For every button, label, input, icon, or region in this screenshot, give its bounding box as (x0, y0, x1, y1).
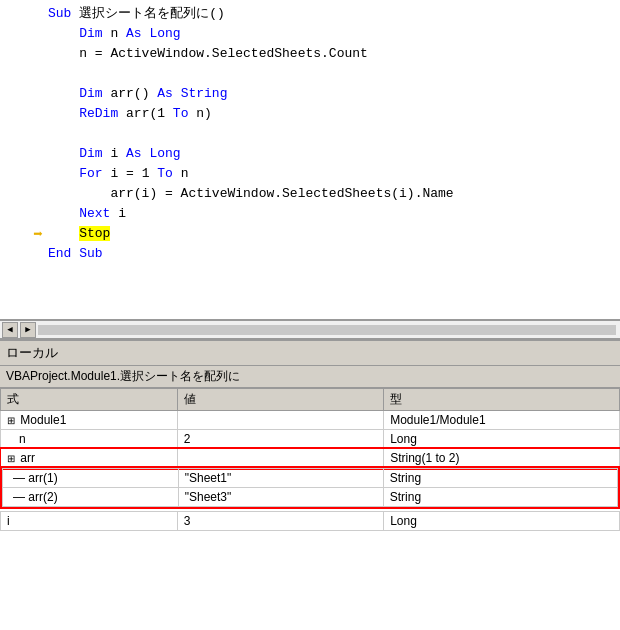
table-row-i: i 3 Long (1, 512, 620, 531)
cell-name: — arr(1) (3, 469, 179, 488)
cell-type: String(1 to 2) (384, 449, 620, 468)
code-line-blank1 (0, 64, 620, 84)
arrow-icon: ➡ (28, 224, 48, 244)
line-content: Next i (48, 204, 620, 224)
line-content: For i = 1 To n (48, 164, 620, 184)
locals-table: 式 値 型 ⊞ ⊞ Module1 Module1 Module1/Module… (0, 388, 620, 468)
cell-name: i (1, 512, 178, 531)
code-line-8: arr(i) = ActiveWindow.SelectedSheets(i).… (0, 184, 620, 204)
code-line-10: End Sub (0, 244, 620, 264)
code-line-5: ReDim arr(1 To n) (0, 104, 620, 124)
cell-type: Long (384, 512, 620, 531)
cell-value (177, 411, 383, 430)
cell-name: — arr(2) (3, 488, 179, 507)
line-content: Dim n As Long (48, 24, 620, 44)
code-line-6: Dim i As Long (0, 144, 620, 164)
col-header-type: 型 (384, 389, 620, 411)
editor-scrollbar[interactable]: ◀ ▶ (0, 320, 620, 338)
line-content: End Sub (48, 244, 620, 264)
cell-name: n (1, 430, 178, 449)
table-row: ⊞ ⊞ Module1 Module1 Module1/Module1 (1, 411, 620, 430)
locals-header: ローカル (0, 340, 620, 366)
cell-type: String (383, 488, 617, 507)
cell-name: ⊞ arr (1, 449, 178, 468)
line-content: arr(i) = ActiveWindow.SelectedSheets(i).… (48, 184, 620, 204)
table-header-row: 式 値 型 (1, 389, 620, 411)
scrollbar-track[interactable] (38, 325, 616, 335)
code-line-3: n = ActiveWindow.SelectedSheets.Count (0, 44, 620, 64)
scroll-left-btn[interactable]: ◀ (2, 322, 18, 338)
cell-value (177, 449, 383, 468)
expand-icon[interactable]: ⊞ (7, 415, 15, 426)
locals-body: 式 値 型 ⊞ ⊞ Module1 Module1 Module1/Module… (0, 388, 620, 531)
code-editor: Sub 選択シート名を配列に() Dim n As Long n = Activ… (0, 0, 620, 320)
code-line-stop: ➡ Stop (0, 224, 620, 244)
cell-type: String (383, 469, 617, 488)
red-box-table: — arr(1) "Sheet1" String — arr(2) "Sheet… (2, 468, 618, 507)
table-row-arr1: — arr(1) "Sheet1" String (3, 469, 618, 488)
stop-keyword: Stop (79, 226, 110, 241)
cell-type: Long (384, 430, 620, 449)
code-line-9: Next i (0, 204, 620, 224)
red-outline-group: — arr(1) "Sheet1" String — arr(2) "Sheet… (0, 466, 620, 509)
line-content: n = ActiveWindow.SelectedSheets.Count (48, 44, 620, 64)
line-content: ReDim arr(1 To n) (48, 104, 620, 124)
cell-value: 2 (177, 430, 383, 449)
table-row-arr: ⊞ arr String(1 to 2) (1, 449, 620, 468)
code-line-7: For i = 1 To n (0, 164, 620, 184)
code-line-4: Dim arr() As String (0, 84, 620, 104)
line-content-stop: Stop (48, 224, 620, 244)
cell-value: 3 (177, 512, 383, 531)
line-content: Dim arr() As String (48, 84, 620, 104)
locals-table-body: ⊞ ⊞ Module1 Module1 Module1/Module1 n 2 … (1, 411, 620, 468)
code-lines: Sub 選択シート名を配列に() Dim n As Long n = Activ… (0, 0, 620, 268)
col-header-name: 式 (1, 389, 178, 411)
cell-value: "Sheet1" (178, 469, 383, 488)
line-content (48, 124, 620, 144)
table-row-arr2: — arr(2) "Sheet3" String (3, 488, 618, 507)
scroll-right-btn[interactable]: ▶ (20, 322, 36, 338)
code-line-blank2 (0, 124, 620, 144)
locals-container: ローカル VBAProject.Module1.選択シート名を配列に 式 値 型… (0, 338, 620, 531)
table-row: n 2 Long (1, 430, 620, 449)
code-line-2: Dim n As Long (0, 24, 620, 44)
cell-type: Module1/Module1 (384, 411, 620, 430)
expand-icon[interactable]: ⊞ (7, 453, 15, 464)
code-line-1: Sub 選択シート名を配列に() (0, 4, 620, 24)
cell-value: "Sheet3" (178, 488, 383, 507)
line-content (48, 64, 620, 84)
col-header-value: 値 (177, 389, 383, 411)
line-content: Sub 選択シート名を配列に() (48, 4, 620, 24)
cell-name: ⊞ ⊞ Module1 Module1 (1, 411, 178, 430)
line-content: Dim i As Long (48, 144, 620, 164)
i-row-table: i 3 Long (0, 511, 620, 531)
locals-breadcrumb: VBAProject.Module1.選択シート名を配列に (0, 366, 620, 388)
